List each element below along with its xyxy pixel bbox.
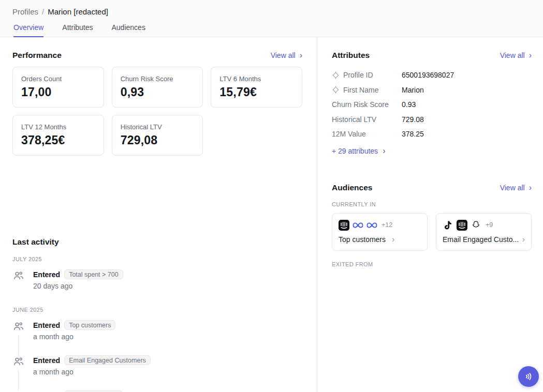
breadcrumb-separator: / [42, 7, 44, 16]
attribute-label: 12M Value [332, 130, 366, 138]
breadcrumb-profiles-link[interactable]: Profiles [12, 7, 38, 16]
exited-from-label: EXITED FROM [332, 261, 532, 267]
performance-cards: Orders Count 17,00 Churn Risk Score 0,93… [12, 67, 302, 156]
profile-tabs: Overview Attributes Audiences [12, 23, 531, 37]
metric-card-historical-ltv: Historical LTV 729,08 [112, 115, 203, 156]
meta-icon [366, 220, 377, 231]
metric-value: 15,79€ [219, 85, 293, 99]
metric-label: LTV 12 Months [21, 123, 95, 131]
metric-label: Churn Risk Score [121, 75, 195, 83]
audience-card-top-customers[interactable]: +12 Top customers › [332, 213, 428, 251]
activity-item: Entered Email Engaged Customers a month … [12, 355, 302, 383]
chevron-right-icon: › [529, 184, 532, 192]
last-activity-title: Last activity [12, 237, 302, 247]
left-column: Performance View all › Orders Count 17,0… [0, 37, 317, 392]
sonar-waves-icon [523, 371, 534, 382]
attribute-value: 378.25 [402, 130, 424, 138]
activity-action: Entered [33, 321, 60, 329]
metric-label: LTV 6 Months [219, 75, 293, 83]
tab-overview[interactable]: Overview [13, 23, 43, 37]
view-all-label: View all [500, 51, 525, 59]
audience-extra-count: +12 [381, 221, 392, 229]
more-attributes-label: + 29 attributes [332, 147, 378, 155]
metric-value: 0,93 [121, 85, 195, 99]
activity-item: Entered Total spent > 700 20 days ago [12, 269, 302, 297]
attribute-value: Marion [402, 86, 424, 94]
tiktok-icon [443, 220, 453, 231]
pinned-attribute-icon [332, 71, 340, 79]
view-all-label: View all [500, 184, 525, 192]
attribute-label: Churn Risk Score [332, 100, 389, 109]
attributes-title: Attributes [332, 51, 370, 60]
activity-item-body: Entered Email Engaged Customers a month … [33, 355, 151, 376]
metric-card-ltv-12-months: LTV 12 Months 378,25€ [12, 115, 104, 156]
breadcrumb: Profiles / Marion [redacted] [12, 7, 531, 16]
users-icon [12, 356, 25, 368]
audience-extra-count: +9 [486, 221, 493, 229]
attribute-row-churn-risk: Churn Risk Score 0.93 [332, 97, 532, 112]
attribute-row-profile-id: Profile ID 6500193698027 [332, 68, 532, 83]
activity-item: Entered Top customers a month ago [12, 320, 302, 348]
audience-card-email-engaged[interactable]: +9 Email Engaged Custo... › [436, 213, 532, 251]
main-content: Performance View all › Orders Count 17,0… [0, 37, 543, 392]
metric-card-orders-count: Orders Count 17,00 [12, 67, 104, 108]
profile-overview-page: Profiles / Marion [redacted] Overview At… [0, 0, 543, 392]
attribute-label: Historical LTV [332, 115, 376, 124]
audience-badge: Top customers [64, 320, 115, 330]
attribute-value: 0.93 [402, 100, 416, 109]
metric-value: 729,08 [121, 133, 195, 147]
audience-badge: Email Engaged Customers [64, 355, 151, 365]
audience-name: Email Engaged Custo... [443, 235, 519, 244]
view-all-label: View all [271, 51, 296, 59]
last-activity-section: Last activity JULY 2025 Entered Total sp… [12, 237, 302, 392]
pinned-attribute-icon [332, 86, 340, 94]
month-label-june: JUNE 2025 [12, 307, 302, 313]
chat-widget-button[interactable] [518, 366, 539, 387]
chevron-right-icon: › [300, 51, 302, 59]
chevron-right-icon: › [383, 147, 385, 155]
more-attributes-link[interactable]: + 29 attributes › [332, 147, 532, 155]
attributes-view-all-link[interactable]: View all › [500, 51, 532, 59]
metric-value: 378,25€ [21, 133, 95, 147]
tab-audiences[interactable]: Audiences [112, 23, 145, 37]
intercom-icon [457, 220, 467, 231]
audiences-section: Audiences View all › CURRENTLY IN [332, 183, 532, 267]
activity-action: Entered [33, 356, 60, 365]
performance-section-header: Performance View all › [12, 51, 302, 60]
chevron-right-icon: › [392, 235, 394, 244]
metric-label: Orders Count [21, 75, 95, 83]
metric-value: 17,00 [21, 85, 95, 99]
currently-in-cards: +12 Top customers › [332, 213, 532, 251]
attribute-value: 729.08 [402, 115, 424, 124]
audiences-title: Audiences [332, 183, 372, 192]
chevron-right-icon: › [522, 235, 525, 244]
attribute-label: First Name [343, 86, 378, 94]
activity-time: a month ago [33, 333, 115, 341]
metric-card-churn-risk: Churn Risk Score 0,93 [112, 67, 203, 108]
activity-item-body: Entered Total spent > 700 20 days ago [33, 269, 123, 290]
attributes-section-header: Attributes View all › [332, 51, 532, 60]
tab-attributes[interactable]: Attributes [62, 23, 93, 37]
page-header: Profiles / Marion [redacted] Overview At… [0, 0, 543, 37]
attribute-label: Profile ID [343, 71, 373, 79]
attribute-row-historical-ltv: Historical LTV 729.08 [332, 112, 532, 127]
audience-name: Top customers [339, 235, 386, 244]
currently-in-label: CURRENTLY IN [332, 201, 532, 207]
meta-icon [353, 220, 363, 231]
audiences-view-all-link[interactable]: View all › [500, 184, 532, 192]
right-column: Attributes View all › Profile ID 65001 [317, 37, 543, 392]
activity-time: a month ago [33, 368, 151, 376]
users-icon [12, 270, 25, 282]
activity-item-body: Entered Top customers a month ago [33, 320, 115, 341]
breadcrumb-current-profile: Marion [redacted] [48, 7, 108, 16]
metric-label: Historical LTV [121, 123, 195, 131]
chevron-right-icon: › [529, 51, 532, 59]
attribute-row-first-name: First Name Marion [332, 83, 532, 98]
intercom-icon [339, 220, 349, 231]
performance-title: Performance [12, 51, 62, 60]
snapchat-icon [471, 220, 481, 231]
performance-view-all-link[interactable]: View all › [271, 51, 302, 59]
activity-action: Entered [33, 270, 60, 279]
audience-badge: Total spent > 700 [64, 269, 123, 279]
attribute-value: 6500193698027 [402, 71, 454, 79]
